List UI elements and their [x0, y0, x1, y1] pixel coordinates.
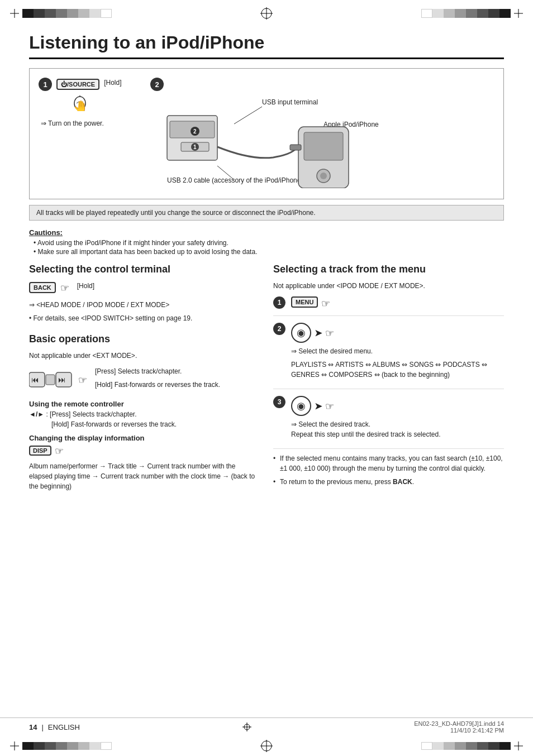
step2-content: ◉ ➤ ☞ ⇒ Select the desired menu. PLAYLIS…: [291, 320, 504, 383]
finger-icon-1: 🤚: [72, 95, 88, 113]
step3-result: ⇒ Select the desired track.Repeat this s…: [291, 419, 504, 439]
footer-date: 11/4/10 2:41:42 PM: [414, 727, 504, 734]
track-step-3: 3 ◉ ➤ ☞ ⇒ Select the desired track.Repea…: [273, 394, 504, 449]
step2-area: 2 USB input terminal Apple iPod/iPhone U…: [150, 78, 494, 190]
selecting-terminal-title: Selecting the control terminal: [29, 264, 260, 275]
remote-hold: [Hold] Fast-forwards or reverses the tra…: [51, 420, 177, 428]
color-strip-left: [22, 9, 112, 18]
menu-button: MENU: [291, 296, 318, 308]
corner-mark-br: [514, 741, 523, 750]
corner-mark-tr: [514, 9, 523, 18]
remote-title: Using the remote controller: [29, 400, 260, 408]
remote-symbol: ◄/►: [29, 410, 44, 418]
step2-num: 2: [273, 323, 285, 335]
step1-header: 1 ⏻/SOURCE [Hold]: [39, 78, 121, 91]
right-column: Selecting a track from the menu Not appl…: [273, 264, 504, 495]
finger-icon-disp: ☞: [55, 444, 67, 457]
footer-crosshair: [242, 722, 251, 731]
bottom-area: 14 | ENGLISH EN02-23_KD-AHD79[J]1.indd 1…: [0, 717, 533, 756]
crosshair-top-center: [260, 7, 273, 20]
finger-icon-step2: ☞: [325, 327, 337, 339]
left-column: Selecting the control terminal BACK ☞ [H…: [29, 264, 260, 495]
svg-rect-24: [304, 132, 343, 160]
footer-filename: EN02-23_KD-AHD79[J]1.indd 14: [414, 720, 504, 727]
svg-text:☞: ☞: [325, 328, 334, 339]
step2-sequence: PLAYLISTS ⇔ ARTISTS ⇔ ALBUMS ⇔ SONGS ⇔ P…: [291, 360, 504, 380]
selecting-track-title: Selecting a track from the menu: [273, 264, 504, 275]
svg-text:USB input terminal: USB input terminal: [262, 98, 318, 106]
bottom-reg-bar: [0, 736, 533, 756]
bottom-right-marks: [421, 741, 523, 750]
source-button: ⏻/SOURCE: [56, 79, 99, 90]
page-footer: 14 | ENGLISH EN02-23_KD-AHD79[J]1.indd 1…: [0, 717, 533, 736]
bullet-list: If the selected menu contains many track…: [273, 453, 504, 487]
dial-row-3: ◉ ➤ ☞: [291, 396, 504, 416]
svg-point-26: [320, 173, 327, 179]
back-button: BACK: [29, 282, 56, 293]
caution-item-1: • Avoid using the iPod/iPhone if it migh…: [29, 239, 504, 247]
step1-num: 1: [273, 296, 285, 309]
menu-button-row: MENU ☞: [291, 296, 504, 310]
connection-diagram: 1 ⏻/SOURCE [Hold] 🤚 ⇒ Turn on the power.…: [29, 68, 504, 199]
svg-text:2: 2: [193, 128, 197, 135]
svg-text:☞: ☞: [321, 298, 330, 309]
bullet-item-1: If the selected menu contains many track…: [273, 453, 504, 473]
step1-content: MENU ☞: [291, 294, 504, 310]
svg-rect-27: [290, 145, 301, 150]
finger-icon-menu: ☞: [321, 297, 334, 309]
disp-button: DISP: [29, 446, 51, 456]
track-step-2: 2 ◉ ➤ ☞ ⇒ Select the desired menu. PLAYL…: [273, 320, 504, 389]
step2-header: 2: [150, 78, 494, 91]
track-buttons-row: ⏮ ⏭ ☞ [Press] Selects track/chapter. [Ho…: [29, 366, 260, 393]
basic-operations-title: Basic operations: [29, 333, 260, 345]
remote-press: [Press] Selects track/chapter.: [50, 410, 136, 418]
top-registration-bar: [0, 0, 533, 27]
info-box: All tracks will be played repeatedly unt…: [29, 205, 504, 221]
color-strip-bottom-right: [421, 742, 511, 750]
page-title: Listening to an iPod/iPhone: [29, 27, 504, 59]
track-button-desc: [Press] Selects track/chapter. [Hold] Fa…: [95, 366, 220, 393]
bullet-item-2: To return to the previous menu, press BA…: [273, 477, 504, 487]
step2-circle: 2: [150, 78, 164, 91]
footer-right: EN02-23_KD-AHD79[J]1.indd 14 11/4/10 2:4…: [414, 720, 504, 734]
color-strip-bottom-left: [22, 742, 112, 750]
footer-left: 14 | ENGLISH: [29, 723, 80, 731]
track-buttons-svg: ⏮ ⏭: [29, 370, 74, 389]
turn-on-text: ⇒ Turn on the power.: [41, 119, 104, 127]
svg-rect-31: [46, 375, 55, 385]
svg-text:☞: ☞: [55, 446, 64, 457]
terminal-detail: • For details, see <IPOD SWITCH> setting…: [29, 313, 260, 323]
crosshair-bottom-center: [260, 740, 273, 752]
cautions-title: Cautions:: [29, 228, 504, 237]
terminal-result: ⇒ <HEAD MODE / IPOD MODE / EXT MODE>: [29, 300, 260, 310]
usb-connection-svg: USB input terminal Apple iPod/iPhone USB…: [150, 93, 418, 188]
caution-item-2: • Make sure all important data has been …: [29, 248, 504, 256]
step2-result: ⇒ Select the desired menu.: [291, 346, 504, 356]
dial-icon-3: ◉: [291, 396, 311, 416]
color-strip-right: [421, 9, 511, 18]
arrow-3: ➤: [315, 401, 322, 412]
svg-text:☞: ☞: [78, 375, 87, 386]
track-not-applicable: Not applicable under <IPOD MODE / EXT MO…: [273, 281, 504, 291]
hold-label-back: [Hold]: [77, 281, 94, 291]
svg-line-11: [234, 107, 262, 124]
bottom-left-marks: [10, 741, 112, 750]
disp-button-row: DISP ☞: [29, 444, 260, 457]
svg-text:USB 2.0 cable (accessory of th: USB 2.0 cable (accessory of the iPod/iPh…: [167, 176, 303, 184]
remote-hold-row: [Hold] Fast-forwards or reverses the tra…: [29, 420, 260, 428]
svg-text:⏭: ⏭: [58, 375, 66, 384]
step1-circle: 1: [39, 78, 52, 91]
footer-language: ENGLISH: [48, 723, 80, 731]
page-number: 14: [29, 723, 37, 731]
cautions-section: Cautions: • Avoid using the iPod/iPhone …: [29, 228, 504, 256]
step3-content: ◉ ➤ ☞ ⇒ Select the desired track.Repeat …: [291, 394, 504, 443]
remote-row: ◄/► : [Press] Selects track/chapter.: [29, 410, 260, 418]
corner-mark-bl: [10, 741, 19, 750]
hold-label-1: [Hold]: [104, 78, 121, 88]
finger-icon-step3: ☞: [325, 400, 337, 412]
svg-text:⏮: ⏮: [31, 375, 39, 384]
svg-text:1: 1: [193, 144, 197, 150]
dial-row-2: ◉ ➤ ☞: [291, 323, 504, 343]
arrow-2: ➤: [315, 328, 322, 338]
back-button-row: BACK ☞ [Hold]: [29, 281, 260, 294]
